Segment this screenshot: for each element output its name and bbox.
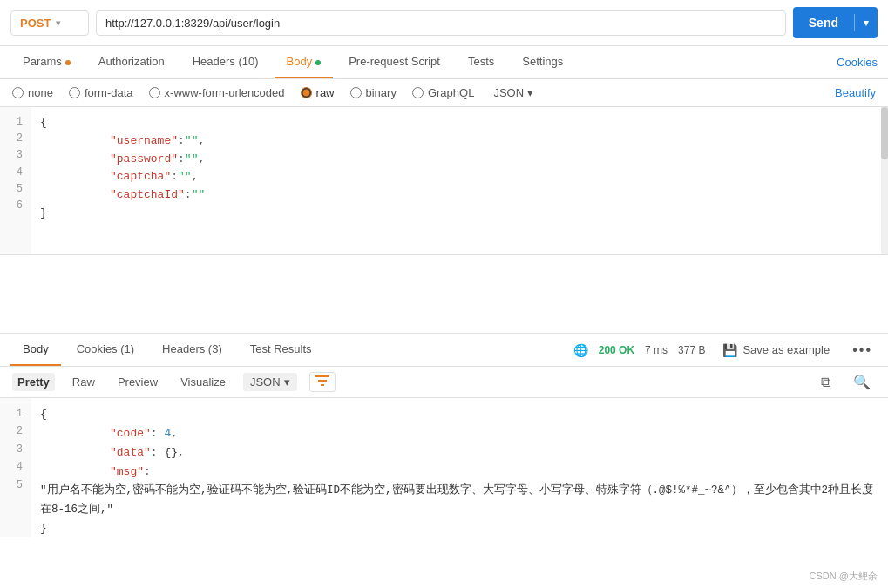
search-icon[interactable]: 🔍 [848, 374, 876, 390]
radio-urlencoded[interactable]: x-www-form-urlencoded [149, 86, 285, 99]
save-icon: 💾 [722, 343, 737, 357]
radio-graphql[interactable]: GraphQL [412, 86, 474, 99]
json-chevron-icon: ▾ [527, 86, 533, 99]
beautify-button[interactable]: Beautify [835, 86, 876, 99]
radio-none[interactable]: none [12, 86, 53, 99]
tab-tests[interactable]: Tests [456, 46, 506, 78]
response-tab-nav: Body Cookies (1) Headers (3) Test Result… [0, 334, 888, 367]
tab-headers[interactable]: Headers (10) [180, 46, 271, 78]
radio-raw[interactable]: raw [301, 86, 335, 99]
url-input[interactable] [96, 10, 786, 36]
copy-icon[interactable]: ⧉ [816, 375, 836, 390]
request-scrollbar[interactable] [881, 107, 888, 254]
radio-binary[interactable]: binary [350, 86, 397, 99]
radio-form-data[interactable]: form-data [69, 86, 133, 99]
fmt-tab-pretty[interactable]: Pretty [12, 373, 55, 391]
method-chevron-icon: ▾ [56, 18, 60, 28]
request-code-editor[interactable]: 123456 { "username": "", "password": "",… [0, 107, 888, 255]
response-time: 7 ms [645, 344, 668, 356]
tab-params[interactable]: Params [10, 46, 83, 78]
body-dot [315, 60, 321, 65]
save-example-button[interactable]: 💾 Save as example [715, 340, 837, 361]
response-line-numbers: 12345 [0, 398, 31, 537]
globe-icon: 🌐 [573, 343, 588, 357]
response-format-selector[interactable]: JSON ▾ [243, 373, 297, 391]
response-code-content: { "code": 4, "data": {}, "msg": "用户名不能为空… [31, 398, 888, 537]
response-status-bar: 🌐 200 OK 7 ms 377 B 💾 Save as example ••… [573, 340, 878, 361]
resp-tab-test-results[interactable]: Test Results [238, 334, 324, 366]
send-dropdown-icon: ▾ [855, 17, 878, 29]
fmt-tab-preview[interactable]: Preview [112, 373, 163, 391]
top-bar: POST ▾ Send ▾ [0, 0, 888, 46]
fmt-tab-visualize[interactable]: Visualize [175, 373, 231, 391]
resp-json-chevron-icon: ▾ [284, 375, 290, 389]
fmt-tab-raw[interactable]: Raw [67, 373, 100, 391]
params-dot [65, 60, 71, 65]
empty-space [0, 255, 888, 334]
tab-authorization[interactable]: Authorization [86, 46, 177, 78]
body-type-bar: none form-data x-www-form-urlencoded raw… [0, 79, 888, 107]
response-size: 377 B [678, 344, 705, 356]
more-options-button[interactable]: ••• [847, 342, 878, 358]
cookies-link[interactable]: Cookies [837, 56, 878, 69]
filter-icon[interactable] [309, 372, 336, 392]
request-scrollbar-thumb[interactable] [881, 107, 888, 159]
response-code-editor[interactable]: 12345 { "code": 4, "data": {}, "msg": "用… [0, 398, 888, 537]
request-line-numbers: 123456 [0, 107, 31, 254]
request-tab-nav: Params Authorization Headers (10) Body P… [0, 46, 888, 79]
request-code-content: { "username": "", "password": "", "captc… [31, 107, 888, 254]
method-select[interactable]: POST ▾ [10, 10, 89, 36]
resp-tab-headers[interactable]: Headers (3) [150, 334, 234, 366]
resp-tab-cookies[interactable]: Cookies (1) [64, 334, 146, 366]
tab-pre-request[interactable]: Pre-request Script [336, 46, 452, 78]
json-format-selector[interactable]: JSON ▾ [493, 86, 533, 99]
response-format-bar: Pretty Raw Preview Visualize JSON ▾ ⧉ 🔍 [0, 367, 888, 398]
method-label: POST [20, 17, 51, 30]
send-button[interactable]: Send ▾ [793, 7, 878, 38]
tab-settings[interactable]: Settings [510, 46, 575, 78]
status-ok-badge: 200 OK [599, 344, 634, 356]
resp-tab-body[interactable]: Body [10, 334, 61, 366]
send-label: Send [793, 16, 854, 30]
tab-body[interactable]: Body [275, 46, 334, 78]
watermark: CSDN @大鲤余 [810, 570, 878, 583]
